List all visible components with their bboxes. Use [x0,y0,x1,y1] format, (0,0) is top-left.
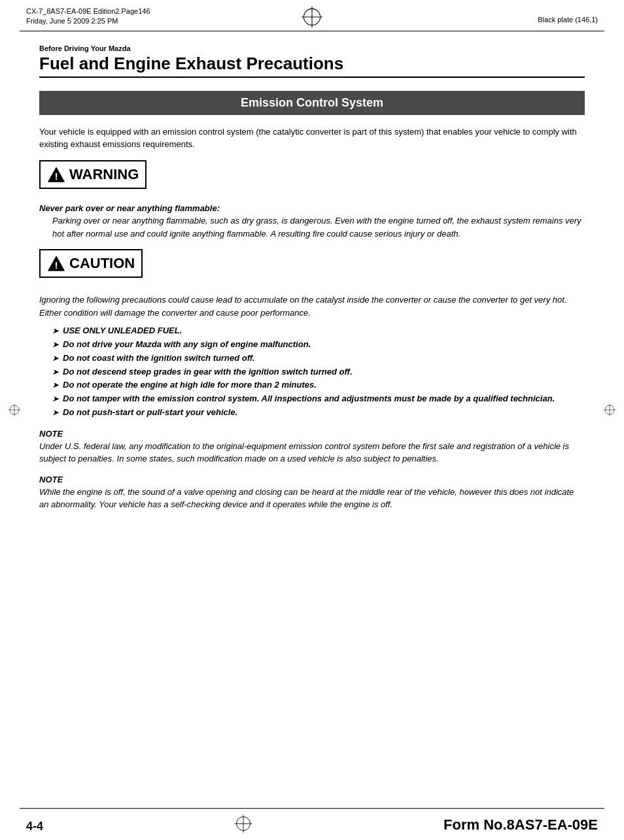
page-wrapper: CX-7_8AS7-EA-09E Edition2 Page146 Friday… [0,0,624,840]
list-item: Do not descend steep grades in gear with… [52,365,585,379]
note1-title: NOTE [39,429,585,439]
caution-icon: ! [47,254,65,273]
form-number: Form No.8AS7-EA-09E [443,816,598,833]
section-label: Before Driving Your Mazda [39,44,585,52]
warning-bold-italic: Never park over or near anything flammab… [39,203,220,213]
header-right: Black plate (146,1) [538,7,598,24]
caution-box: ! CAUTION [39,249,143,278]
bottom-content: 4-4 Form No.8AS7-EA-09E [0,809,624,840]
title-rule [39,76,585,78]
header-center-mark [300,5,324,31]
list-item: USE ONLY UNLEADED FUEL. [52,324,585,338]
caution-section: ! CAUTION [39,249,585,284]
caution-list: USE ONLY UNLEADED FUEL. Do not drive you… [39,324,585,420]
svg-text:!: ! [54,260,58,271]
note1-text: Under U.S. federal law, any modification… [39,440,585,465]
page-number: 4-4 [26,820,43,833]
warning-section: ! WARNING [39,160,585,198]
note1-section: NOTE Under U.S. federal law, any modific… [39,429,585,465]
page-title: Fuel and Engine Exhaust Precautions [39,54,585,74]
note2-text: While the engine is off, the sound of a … [39,486,585,511]
emission-box: Emission Control System [39,91,585,115]
header-line2: Friday, June 5 2009 2:25 PM [26,16,150,26]
warning-icon: ! [47,165,65,184]
note2-section: NOTE While the engine is off, the sound … [39,475,585,511]
page-bottom: 4-4 Form No.8AS7-EA-09E [0,808,624,840]
warning-label: WARNING [69,166,139,183]
warning-italic-text: Parking over or near anything flammable,… [52,216,581,239]
registration-mark-bottom [234,814,253,833]
caution-content: Ignoring the following precautions could… [39,294,585,420]
list-item: Do not drive your Mazda with any sign of… [52,338,585,352]
caution-label: CAUTION [69,255,135,272]
warning-box: ! WARNING [39,160,147,189]
list-item: Do not tamper with the emission control … [52,392,585,406]
body-text: Your vehicle is equipped with an emissio… [39,126,585,151]
list-item: Do not push-start or pull-start your veh… [52,406,585,420]
main-content: Before Driving Your Mazda Fuel and Engin… [0,31,624,533]
note2-title: NOTE [39,475,585,484]
header-left: CX-7_8AS7-EA-09E Edition2 Page146 Friday… [26,7,150,27]
right-reg-mark [603,403,616,418]
list-item: Do not operate the engine at high idle f… [52,378,585,392]
warning-content: Never park over or near anything flammab… [39,202,585,241]
page-header: CX-7_8AS7-EA-09E Edition2 Page146 Friday… [0,0,624,31]
svg-text:!: ! [54,171,58,182]
header-line1: CX-7_8AS7-EA-09E Edition2 Page146 [26,7,150,16]
registration-mark-top [300,5,324,29]
caution-intro: Ignoring the following precautions could… [39,295,566,318]
left-reg-mark [8,403,21,418]
list-item: Do not coast with the ignition switch tu… [52,352,585,365]
